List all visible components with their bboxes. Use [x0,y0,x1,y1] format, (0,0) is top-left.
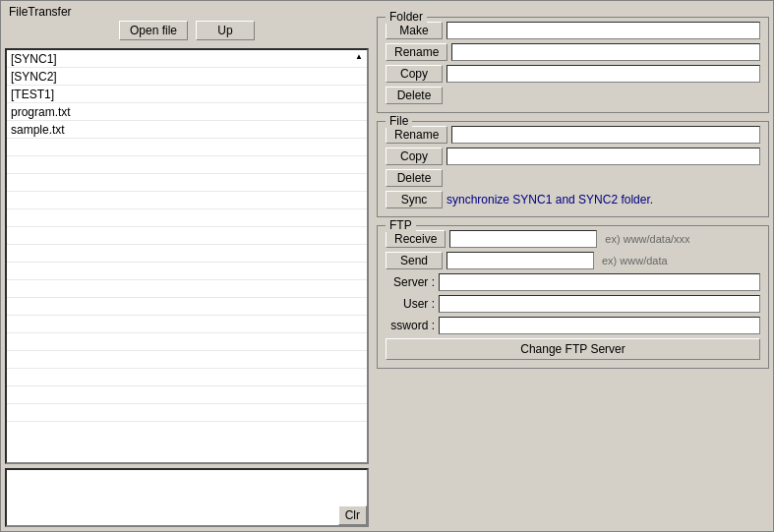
ftp-send-hint: ex) www/data [602,255,668,266]
file-list-container: [SYNC1][SYNC2][TEST1]program.txtsample.t… [5,48,369,464]
file-group: File Rename Copy Delete Sync synchronize… [377,121,769,217]
list-item[interactable] [7,404,367,422]
ftp-user-row: User : [386,295,760,313]
list-item[interactable] [7,369,367,386]
list-item[interactable] [7,351,367,369]
ftp-send-input[interactable] [447,252,594,269]
list-item[interactable] [7,333,367,351]
file-copy-input[interactable] [447,148,760,165]
folder-rename-row: Rename [386,43,760,61]
ftp-receive-row: Receive ex) www/data/xxx [386,230,760,248]
folder-rename-input[interactable] [451,43,760,61]
file-copy-button[interactable]: Copy [386,148,443,165]
ftp-user-input[interactable] [439,295,760,313]
list-item[interactable] [7,316,367,333]
sync-description: synchronize SYNC1 and SYNC2 folder. [447,193,653,207]
folder-copy-input[interactable] [447,65,760,83]
file-sync-button[interactable]: Sync [386,191,443,208]
file-list[interactable]: [SYNC1][SYNC2][TEST1]program.txtsample.t… [7,50,367,462]
list-item[interactable] [7,227,367,245]
list-item[interactable]: [SYNC1] [7,50,367,68]
folder-make-row: Make [386,22,760,39]
list-item[interactable] [7,386,367,404]
main-window: FileTransfer Open file Up [SYNC1][SYNC2]… [0,0,774,532]
file-delete-row: Delete [386,169,760,187]
list-item[interactable] [7,156,367,174]
file-delete-button[interactable]: Delete [386,169,443,187]
log-area: Clr [5,468,369,527]
list-item[interactable] [7,280,367,298]
ftp-group-title: FTP [386,218,416,232]
list-item[interactable] [7,298,367,316]
ftp-receive-button[interactable]: Receive [386,230,446,248]
open-file-button[interactable]: Open file [119,21,188,40]
left-panel: Open file Up [SYNC1][SYNC2][TEST1]progra… [5,17,369,527]
list-item[interactable] [7,139,367,156]
list-item[interactable] [7,174,367,192]
list-item[interactable]: [TEST1] [7,86,367,103]
ftp-server-label: Server : [386,275,435,289]
ftp-server-input[interactable] [439,273,760,291]
ftp-password-input[interactable] [439,317,760,334]
file-rename-button[interactable]: Rename [386,126,447,144]
folder-delete-button[interactable]: Delete [386,87,443,104]
list-item[interactable] [7,209,367,227]
folder-copy-row: Copy [386,65,760,83]
content-area: Open file Up [SYNC1][SYNC2][TEST1]progra… [5,17,769,527]
ftp-password-label: ssword : [386,319,435,332]
folder-rename-button[interactable]: Rename [386,43,447,61]
scroll-up-arrow: ▲ [353,52,365,64]
ftp-send-button[interactable]: Send [386,252,443,269]
ftp-group: FTP Receive ex) www/data/xxx Send ex) ww… [377,225,769,369]
file-group-title: File [386,114,412,128]
clr-button[interactable]: Clr [338,505,367,525]
folder-group-title: Folder [386,10,427,24]
right-panel: Folder Make Rename Copy Delete [377,17,769,527]
list-item[interactable] [7,245,367,263]
file-buttons: Open file Up [5,17,369,44]
file-copy-row: Copy [386,148,760,165]
ftp-password-row: ssword : [386,317,760,334]
ftp-receive-input[interactable] [449,230,597,248]
ftp-receive-hint: ex) www/data/xxx [605,233,689,245]
ftp-user-label: User : [386,297,435,311]
list-item[interactable] [7,263,367,280]
list-item[interactable]: sample.txt [7,121,367,139]
file-sync-row: Sync synchronize SYNC1 and SYNC2 folder. [386,191,760,208]
folder-make-input[interactable] [447,22,760,39]
list-item[interactable] [7,192,367,209]
file-rename-input[interactable] [451,126,760,144]
ftp-server-row: Server : [386,273,760,291]
folder-make-button[interactable]: Make [386,22,443,39]
ftp-send-row: Send ex) www/data [386,252,760,269]
folder-delete-row: Delete [386,87,760,104]
list-item[interactable]: program.txt [7,103,367,121]
up-button[interactable]: Up [196,21,255,40]
folder-group: Folder Make Rename Copy Delete [377,17,769,113]
change-ftp-server-button[interactable]: Change FTP Server [386,338,760,360]
file-rename-row: Rename [386,126,760,144]
list-item[interactable]: [SYNC2] [7,68,367,86]
folder-copy-button[interactable]: Copy [386,65,443,83]
